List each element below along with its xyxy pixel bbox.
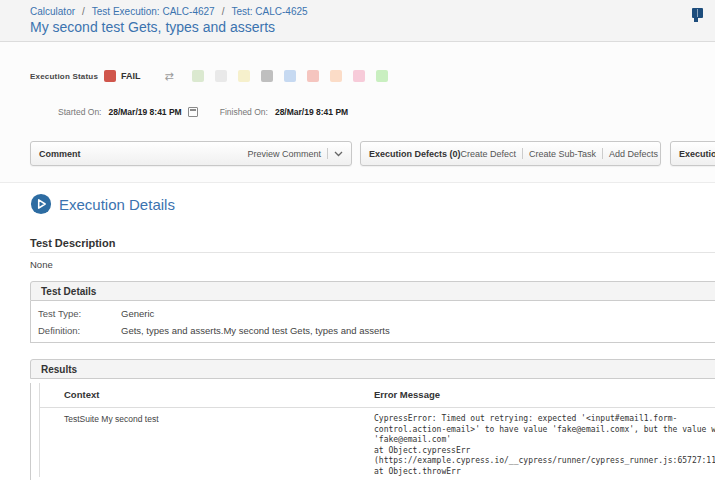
divider xyxy=(327,148,328,159)
test-execution-page: Calculator / Test Execution: CALC-4627 /… xyxy=(0,0,715,480)
divider xyxy=(522,148,523,159)
status-option-swatch[interactable] xyxy=(353,70,365,82)
status-option-swatch[interactable] xyxy=(376,70,388,82)
play-circle-icon xyxy=(30,193,52,215)
definition-label: Definition: xyxy=(31,325,121,337)
chevron-down-icon[interactable] xyxy=(334,151,343,157)
status-option-swatch[interactable] xyxy=(238,70,250,82)
definition-row: Definition: Gets, types and asserts.My s… xyxy=(31,325,715,337)
execution-status-row: Execution Status FAIL ⇄ xyxy=(30,70,388,82)
bookmark-icon[interactable] xyxy=(692,8,703,18)
status-fail-swatch[interactable] xyxy=(104,70,116,82)
test-description-value: None xyxy=(30,259,53,270)
breadcrumb: Calculator / Test Execution: CALC-4627 /… xyxy=(30,6,308,17)
execution-details-heading: Execution Details xyxy=(30,193,175,215)
comment-panel: Comment Preview Comment xyxy=(30,141,352,166)
divider xyxy=(602,148,603,159)
breadcrumb-separator: / xyxy=(222,6,225,17)
results-body: Context Error Message TestSuite My secon… xyxy=(30,383,715,480)
change-status-icon[interactable]: ⇄ xyxy=(165,70,174,82)
started-on-value: 28/Mar/19 8:41 PM xyxy=(108,107,181,117)
finished-on-value: 28/Mar/19 8:41 PM xyxy=(275,107,348,117)
breadcrumb-separator: / xyxy=(82,6,85,17)
test-type-value: Generic xyxy=(121,308,154,320)
test-type-label: Test Type: xyxy=(31,308,121,320)
execution-defects-panel: Execution Defects (0) Create Defect Crea… xyxy=(360,141,661,166)
execution-details-heading-text: Execution Details xyxy=(59,196,175,213)
status-option-swatch[interactable] xyxy=(261,70,273,82)
calendar-icon[interactable] xyxy=(188,107,198,117)
create-sub-task-button[interactable]: Create Sub-Task xyxy=(529,149,596,159)
started-on-label: Started On: xyxy=(58,107,101,117)
status-option-swatch[interactable] xyxy=(215,70,227,82)
error-message-text: CypressError: Timed out retrying: expect… xyxy=(374,414,715,477)
finished-on-label: Finished On: xyxy=(220,107,268,117)
execution-status-label: Execution Status xyxy=(30,72,98,81)
add-defects-button[interactable]: Add Defects xyxy=(609,149,658,159)
test-description-heading: Test Description xyxy=(30,237,115,249)
test-details-body: Test Type: Generic Definition: Gets, typ… xyxy=(30,301,715,343)
results-table: Context Error Message TestSuite My secon… xyxy=(39,383,715,477)
test-details-header: Test Details xyxy=(30,281,715,301)
status-option-swatch[interactable] xyxy=(284,70,296,82)
status-option-swatch[interactable] xyxy=(330,70,342,82)
preview-comment-button[interactable]: Preview Comment xyxy=(247,149,321,159)
execution-times-row: Started On: 28/Mar/19 8:41 PM Finished O… xyxy=(58,107,348,117)
execution-evidence-title: Execution Evidence xyxy=(679,149,715,159)
results-table-header: Context Error Message xyxy=(40,383,715,408)
status-option-swatch[interactable] xyxy=(192,70,204,82)
section-divider xyxy=(30,252,715,253)
results-header: Results xyxy=(30,359,715,379)
error-message-column-header: Error Message xyxy=(374,389,440,400)
create-defect-button[interactable]: Create Defect xyxy=(461,149,517,159)
breadcrumb-link-test[interactable]: Test: CALC-4625 xyxy=(231,6,307,17)
breadcrumb-link-project[interactable]: Calculator xyxy=(30,6,75,17)
comment-panel-title: Comment xyxy=(39,149,81,159)
status-value: FAIL xyxy=(121,71,141,81)
status-option-swatches xyxy=(181,70,388,82)
test-details-panel: Test Details Test Type: Generic Definiti… xyxy=(30,281,715,343)
top-bar: Calculator / Test Execution: CALC-4627 /… xyxy=(0,0,715,42)
breadcrumb-link-test-execution[interactable]: Test Execution: CALC-4627 xyxy=(92,6,215,17)
table-row: TestSuite My second test CypressError: T… xyxy=(40,408,715,477)
status-option-swatch[interactable] xyxy=(307,70,319,82)
execution-evidence-panel: Execution Evidence xyxy=(670,141,715,166)
error-message-cell: CypressError: Timed out retrying: expect… xyxy=(374,414,715,477)
test-type-row: Test Type: Generic xyxy=(31,308,715,320)
definition-value: Gets, types and asserts.My second test G… xyxy=(121,325,390,337)
results-panel: Results Context Error Message TestSuite … xyxy=(30,359,715,480)
execution-defects-title: Execution Defects (0) xyxy=(369,149,461,159)
context-column-header: Context xyxy=(40,389,374,400)
context-cell: TestSuite My second test xyxy=(40,414,374,477)
page-title: My second test Gets, types and asserts xyxy=(30,19,275,35)
